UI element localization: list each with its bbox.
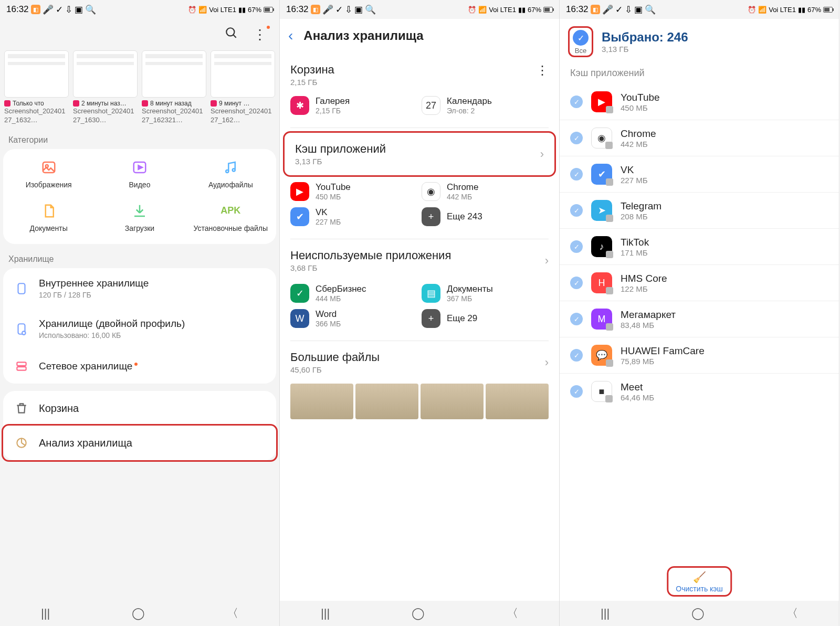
checkbox-icon[interactable]: ✓ <box>570 240 583 253</box>
checkbox-icon[interactable]: ✓ <box>570 96 583 108</box>
more-icon[interactable]: ⋮ <box>536 63 549 78</box>
file-thumb[interactable] <box>486 384 549 419</box>
app-item[interactable]: + Еще 243 <box>422 207 549 226</box>
home-button[interactable]: ◯ <box>691 607 705 620</box>
app-cache-list: ✓ ▶ YouTube450 МБ✓ ◉ Chrome442 МБ✓ ✔ VK2… <box>560 84 839 409</box>
clear-cache-label: Очистить кэш <box>676 585 723 593</box>
status-app-icon: ◧ <box>591 5 600 14</box>
app-cache-item[interactable]: ✓ 💬 HUAWEI FamCare75,89 МБ <box>560 337 839 374</box>
checkbox-icon[interactable]: ✓ <box>570 313 583 325</box>
category-video[interactable]: Видео <box>94 158 185 189</box>
screenshot-thumb[interactable]: 2 минуты наз… Screenshot_20240127_1630… <box>73 50 138 125</box>
checkbox-icon[interactable]: ✓ <box>570 168 583 181</box>
app-cache-item[interactable]: ✓ ♪ TikTok171 МБ <box>560 229 839 265</box>
app-item[interactable]: ✓ СберБизнес444 МБ <box>290 284 417 303</box>
broom-icon: 🧹 <box>693 571 706 583</box>
storage-item[interactable]: Хранилище (двойной профиль) Использовано… <box>3 309 276 349</box>
trash-row[interactable]: Корзина <box>3 391 276 426</box>
status-time: 16:32 <box>286 4 309 15</box>
page-header: ‹ Анализ хранилища <box>280 19 559 59</box>
select-all-label: Все <box>575 47 586 55</box>
search-icon[interactable] <box>225 26 238 44</box>
battery-icon <box>543 7 553 13</box>
app-item[interactable]: ✱ Галерея2,15 ГБ <box>290 96 417 115</box>
analyze-storage-row[interactable]: Анализ хранилища <box>2 424 278 462</box>
storage-item[interactable]: Внутреннее хранилище 120 ГБ / 128 ГБ <box>3 268 276 309</box>
unused-title: Неиспользуемые приложения <box>290 249 545 262</box>
file-thumb[interactable] <box>421 384 484 419</box>
app-cache-item[interactable]: ✓ ▶ YouTube450 МБ <box>560 84 839 120</box>
category-apk[interactable]: APKУстановочные файлы <box>185 202 276 233</box>
svg-marker-5 <box>138 165 142 169</box>
back-arrow-icon[interactable]: ‹ <box>288 27 293 44</box>
trash-header[interactable]: Корзина 2,15 ГБ ⋮ <box>280 59 559 94</box>
system-navbar: ||| ◯ 〈 <box>0 601 279 626</box>
category-download[interactable]: Загрузки <box>94 202 185 233</box>
unused-apps-row[interactable]: Неиспользуемые приложения 3,68 ГБ › <box>280 239 559 282</box>
chevron-right-icon: › <box>545 356 549 369</box>
checkbox-icon[interactable]: ✓ <box>570 385 583 398</box>
status-dl-icon: ⇩ <box>345 4 352 15</box>
clear-cache-button[interactable]: 🧹 Очистить кэш <box>667 566 732 597</box>
cache-size: 3,13 ГБ <box>295 157 540 166</box>
svg-rect-12 <box>17 367 26 370</box>
back-button[interactable]: 〈 <box>786 606 798 621</box>
unused-size: 3,68 ГБ <box>290 263 545 272</box>
app-cache-item[interactable]: ✓ ■ Meet64,46 МБ <box>560 374 839 409</box>
home-button[interactable]: ◯ <box>412 607 425 620</box>
recents-button[interactable]: ||| <box>321 607 330 620</box>
app-cache-row[interactable]: Кэш приложений 3,13 ГБ › <box>283 131 556 177</box>
select-all-button[interactable]: ✓ Все <box>568 26 593 57</box>
app-item[interactable]: ▤ Документы367 МБ <box>422 284 549 303</box>
app-item[interactable]: ✔ VK227 МБ <box>290 207 417 226</box>
app-item[interactable]: ◉ Chrome442 МБ <box>422 182 549 201</box>
checkbox-icon[interactable]: ✓ <box>570 349 583 362</box>
trash-size: 2,15 ГБ <box>290 78 334 87</box>
app-item[interactable]: + Еще 29 <box>422 309 549 328</box>
toolbar: ⋮ <box>0 19 279 50</box>
category-doc[interactable]: Документы <box>3 202 94 233</box>
checkbox-icon[interactable]: ✓ <box>570 132 583 144</box>
category-audio[interactable]: Аудиофайлы <box>185 158 276 189</box>
network-label: Voi LTE1 <box>769 6 796 14</box>
status-notif-icon: ✓ <box>335 4 343 15</box>
recents-button[interactable]: ||| <box>41 607 50 620</box>
screenshot-thumb[interactable]: 9 минут … Screenshot_20240127_162… <box>211 50 275 125</box>
svg-point-7 <box>233 168 235 171</box>
recents-button[interactable]: ||| <box>601 607 610 620</box>
big-files-previews <box>280 384 559 426</box>
status-img-icon: ▣ <box>354 4 363 15</box>
status-search-icon: 🔍 <box>365 4 376 15</box>
file-thumb[interactable] <box>355 384 418 419</box>
selection-header: ✓ Все Выбрано: 246 3,13 ГБ <box>560 19 839 68</box>
big-files-row[interactable]: Большие файлы 45,60 ГБ › <box>280 341 559 384</box>
checkbox-icon[interactable]: ✓ <box>570 277 583 289</box>
back-button[interactable]: 〈 <box>507 606 518 621</box>
cache-items-grid: ▶ YouTube450 МБ◉ Chrome442 МБ✔ VK227 МБ+… <box>280 180 559 239</box>
more-icon[interactable]: ⋮ <box>253 27 267 43</box>
status-img-icon: ▣ <box>75 4 83 15</box>
wifi-icon: 📶 <box>758 6 766 14</box>
check-icon: ✓ <box>573 30 589 46</box>
app-cache-item[interactable]: ✓ H HMS Core122 МБ <box>560 265 839 301</box>
alarm-icon: ⏰ <box>468 6 476 14</box>
battery-icon <box>264 7 273 13</box>
app-cache-item[interactable]: ✓ ✔ VK227 МБ <box>560 156 839 193</box>
system-navbar: ||| ◯ 〈 <box>280 601 559 626</box>
app-cache-item[interactable]: ✓ М Мегамаркет83,48 МБ <box>560 301 839 337</box>
app-cache-item[interactable]: ✓ ➤ Telegram208 МБ <box>560 193 839 229</box>
home-button[interactable]: ◯ <box>132 607 145 620</box>
screenshot-thumb[interactable]: Только что Screenshot_20240127_1632… <box>4 50 69 125</box>
app-cache-item[interactable]: ✓ ◉ Chrome442 МБ <box>560 120 839 156</box>
app-item[interactable]: ▶ YouTube450 МБ <box>290 182 417 201</box>
category-image[interactable]: Изображения <box>3 158 94 189</box>
back-button[interactable]: 〈 <box>227 606 238 621</box>
storage-item[interactable]: Сетевое хранилище <box>3 349 276 384</box>
app-item[interactable]: W Word366 МБ <box>290 309 417 328</box>
app-item[interactable]: 27 КалендарьЭл-ов: 2 <box>422 96 549 115</box>
storage-label: Хранилище <box>0 244 279 268</box>
cache-title: Кэш приложений <box>295 142 540 156</box>
screenshot-thumb[interactable]: 8 минут назад Screenshot_20240127_162321… <box>142 50 206 125</box>
checkbox-icon[interactable]: ✓ <box>570 204 583 217</box>
file-thumb[interactable] <box>290 384 353 419</box>
